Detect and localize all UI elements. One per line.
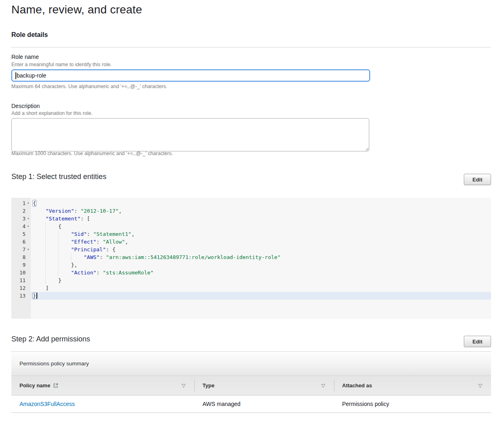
editor-line-number: 1▾ <box>11 199 31 207</box>
matched-bracket: } <box>32 292 37 299</box>
editor-line[interactable]: "Effect": "Allow", <box>31 238 491 246</box>
column-label: Type <box>202 382 214 389</box>
table-cell: AmazonS3FullAccess <box>11 395 194 412</box>
indent-guide <box>58 246 58 253</box>
editor-line-number: 13 <box>11 292 31 300</box>
editor-line-number: 12 <box>11 284 31 292</box>
editor-line-number: 5 <box>11 230 31 238</box>
external-link-icon <box>53 383 58 388</box>
indent-guide <box>45 231 46 237</box>
editor-line[interactable]: "AWS": "arn:aws:iam::541263489771:role/w… <box>31 253 491 261</box>
step1-heading: Step 1: Select trusted entities <box>11 173 106 181</box>
indent-guide <box>58 231 58 237</box>
description-constraint: Maximum 1000 characters. Use alphanumeri… <box>11 151 173 156</box>
indent-guide <box>58 238 58 245</box>
trust-policy-editor[interactable]: 1▾23▾4▾567▾8910111213 { "Version": "2012… <box>11 198 491 319</box>
text-cursor <box>15 72 16 79</box>
description-textarea[interactable] <box>11 118 369 151</box>
column-divider <box>334 380 334 391</box>
name-review-create-page: Name, review, and create Role details Ro… <box>0 0 504 421</box>
column-label: Attached as <box>342 382 372 389</box>
editor-line-number: 6 <box>11 238 31 246</box>
editor-line-number: 2 <box>11 207 31 215</box>
editor-line[interactable]: } <box>31 276 491 284</box>
sort-icon[interactable]: ▽ <box>321 383 325 389</box>
policy-table-row: AmazonS3FullAccessAWS managedPermissions… <box>11 395 491 413</box>
column-label: Policy name <box>19 382 50 389</box>
sort-icon[interactable]: ▽ <box>182 383 185 389</box>
step1-edit-button[interactable]: Edit <box>464 174 491 185</box>
indent-guide <box>45 269 46 276</box>
step2-edit-button[interactable]: Edit <box>464 336 491 347</box>
table-cell: Permissions policy <box>334 395 491 412</box>
editor-line-number: 7▾ <box>11 246 31 253</box>
fold-arrow-icon[interactable]: ▾ <box>26 222 31 230</box>
role-details-divider <box>11 47 491 47</box>
editor-line[interactable]: "Sid": "Statement1", <box>31 230 491 238</box>
editor-line-number: 4▾ <box>11 222 31 230</box>
editor-line-number: 10 <box>11 269 31 276</box>
indent-guide <box>45 223 46 230</box>
editor-code[interactable]: { "Version": "2012-10-17", "Statement": … <box>31 198 491 319</box>
fold-arrow-icon[interactable]: ▾ <box>26 246 31 253</box>
policy-table-header: Policy name▽Type▽Attached as▽ <box>11 376 491 395</box>
editor-line[interactable]: "Statement": [ <box>31 215 491 222</box>
permissions-summary-header: Permissions policy summary <box>11 352 491 376</box>
indent-guide <box>58 261 58 268</box>
editor-line-number: 11 <box>11 276 31 284</box>
column-header-policy-name: Policy name▽ <box>11 376 194 395</box>
page-title: Name, review, and create <box>11 3 142 16</box>
matched-bracket: { <box>32 200 37 207</box>
editor-gutter: 1▾23▾4▾567▾8910111213 <box>11 198 31 319</box>
editor-line[interactable]: { <box>31 199 491 207</box>
editor-line-number: 8 <box>11 253 31 261</box>
permissions-summary-title: Permissions policy summary <box>19 361 89 367</box>
editor-line[interactable]: "Action": "sts:AssumeRole" <box>31 269 491 276</box>
description-hint: Add a short explanation for this role. <box>11 110 93 116</box>
indent-guide <box>45 261 46 268</box>
role-name-label: Role name <box>11 54 39 60</box>
indent-guide <box>45 246 46 253</box>
indent-guide <box>45 254 46 261</box>
description-label: Description <box>11 103 40 109</box>
role-name-input[interactable] <box>11 69 370 82</box>
table-cell: AWS managed <box>194 395 334 412</box>
sort-icon[interactable]: ▽ <box>478 383 482 389</box>
editor-line[interactable]: } <box>31 292 491 300</box>
editor-line[interactable]: "Version": "2012-10-17", <box>31 207 491 215</box>
editor-cursor <box>37 293 37 299</box>
editor-line-number: 3▾ <box>11 215 31 222</box>
role-name-constraint: Maximum 64 characters. Use alphanumeric … <box>11 84 167 89</box>
indent-guide <box>58 269 58 276</box>
step2-heading: Step 2: Add permissions <box>11 335 90 343</box>
policy-name-link[interactable]: AmazonS3FullAccess <box>19 401 75 407</box>
editor-line-number: 9 <box>11 261 31 269</box>
editor-line[interactable]: { <box>31 222 491 230</box>
indent-guide <box>45 238 46 245</box>
column-header-type: Type▽ <box>194 376 334 395</box>
indent-guide <box>71 254 71 261</box>
editor-line[interactable]: ] <box>31 284 491 292</box>
column-divider <box>194 380 195 391</box>
editor-line[interactable]: }, <box>31 261 491 269</box>
fold-arrow-icon[interactable]: ▾ <box>26 199 31 207</box>
column-header-attached-as: Attached as▽ <box>334 376 491 395</box>
fold-arrow-icon[interactable]: ▾ <box>26 215 31 222</box>
role-name-hint: Enter a meaningful name to identify this… <box>11 62 112 67</box>
role-details-heading: Role details <box>11 31 48 39</box>
indent-guide <box>45 277 46 284</box>
indent-guide <box>58 254 58 261</box>
editor-line[interactable]: "Principal": { <box>31 246 491 253</box>
